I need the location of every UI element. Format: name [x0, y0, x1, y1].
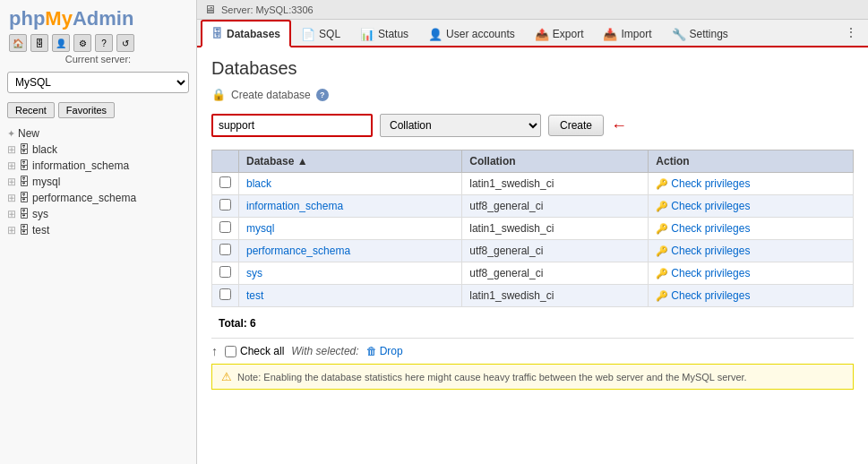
database-name-input[interactable] [211, 114, 373, 137]
server-select-wrap: MySQL [0, 72, 196, 99]
row-checkbox-4[interactable] [219, 266, 231, 278]
create-button[interactable]: Create [548, 115, 604, 136]
server-label: Server: MySQL:3306 [221, 4, 314, 15]
sidebar-item-sys-label: sys [32, 208, 48, 220]
col-database[interactable]: Database ▲ [239, 150, 462, 173]
db-name-cell[interactable]: information_schema [239, 195, 462, 218]
row-checkbox-5[interactable] [219, 288, 231, 300]
settings-tab-icon: 🔧 [672, 28, 686, 41]
tab-settings[interactable]: 🔧 Settings [662, 20, 738, 47]
sidebar-item-test[interactable]: ⊞ 🗄 test [7, 222, 189, 238]
check-all-wrap: Check all [225, 345, 284, 357]
server-select[interactable]: MySQL [7, 72, 189, 93]
create-db-label: Create database [231, 89, 311, 101]
db-icon[interactable]: 🗄 [30, 34, 48, 52]
help-circle-icon[interactable]: ? [316, 89, 329, 101]
db-name-cell[interactable]: sys [239, 262, 462, 285]
nav-tabs: 🗄 Databases 📄 SQL 📊 Status 👤 User accoun… [197, 20, 868, 47]
db-action-cell[interactable]: 🔑Check privileges [649, 285, 854, 307]
sidebar-item-new[interactable]: ✦ New [7, 125, 189, 142]
tab-databases[interactable]: 🗄 Databases [201, 20, 291, 47]
cp-icon: 🔑 [656, 290, 668, 302]
collation-select[interactable]: Collation utf8_general_ci utf8mb4_genera… [380, 114, 541, 137]
sidebar-item-info-label: information_schema [32, 159, 129, 172]
sidebar-item-sys[interactable]: ⊞ 🗄 sys [7, 206, 189, 222]
tab-sql[interactable]: 📄 SQL [291, 20, 350, 47]
warning-icon: ⚠ [221, 370, 232, 383]
db-action-cell[interactable]: 🔑Check privileges [649, 218, 854, 240]
row-checkbox-3[interactable] [219, 244, 231, 255]
check-privileges-link[interactable]: 🔑Check privileges [656, 222, 846, 235]
favorites-button[interactable]: Favorites [58, 102, 115, 118]
db-name-cell[interactable]: test [239, 285, 462, 307]
logo-icons: 🏠 🗄 👤 ⚙ ? ↺ [9, 34, 187, 52]
tab-user-accounts[interactable]: 👤 User accounts [418, 20, 525, 47]
sidebar-item-performance-schema[interactable]: ⊞ 🗄 performance_schema [7, 190, 189, 206]
check-privileges-link[interactable]: 🔑Check privileges [656, 200, 846, 212]
table-row: blacklatin1_swedish_ci🔑Check privileges [212, 173, 854, 195]
home-icon[interactable]: 🏠 [9, 34, 27, 52]
with-selected-label: With selected: [291, 345, 358, 357]
db-icon-test: 🗄 [19, 224, 30, 236]
expand-icon: ⊞ [7, 159, 16, 172]
new-icon: ✦ [7, 128, 15, 140]
drop-label: Drop [380, 345, 403, 357]
drop-button[interactable]: 🗑 Drop [366, 345, 403, 357]
check-privileges-link[interactable]: 🔑Check privileges [656, 289, 846, 302]
tab-import[interactable]: 📥 Import [593, 20, 661, 47]
current-server-label: Current server: [9, 54, 187, 64]
sidebar-item-mysql-label: mysql [32, 176, 60, 188]
db-action-cell[interactable]: 🔑Check privileges [649, 240, 854, 262]
db-action-cell[interactable]: 🔑Check privileges [649, 262, 854, 285]
db-icon-info: 🗄 [19, 159, 30, 172]
cp-icon: 🔑 [656, 245, 668, 257]
server-icon: 🖥 [204, 3, 216, 16]
table-row: performance_schemautf8_general_ci🔑Check … [212, 240, 854, 262]
check-privileges-link[interactable]: 🔑Check privileges [656, 245, 846, 257]
db-name-cell[interactable]: black [239, 173, 462, 195]
sidebar-item-test-label: test [32, 224, 49, 236]
row-checkbox-2[interactable] [219, 221, 231, 233]
status-tab-icon: 📊 [360, 28, 374, 41]
sidebar-tree: ✦ New ⊞ 🗄 black ⊞ 🗄 information_schema ⊞… [0, 122, 196, 464]
sidebar-item-black[interactable]: ⊞ 🗄 black [7, 142, 189, 158]
more-tabs-button[interactable]: ⋮ [838, 20, 864, 46]
db-collation-cell: utf8_general_ci [462, 195, 649, 218]
tab-export[interactable]: 📤 Export [525, 20, 594, 47]
sidebar-item-mysql[interactable]: ⊞ 🗄 mysql [7, 174, 189, 190]
arrow-indicator: ← [611, 116, 627, 135]
user-icon[interactable]: 👤 [52, 34, 70, 52]
row-checkbox-0[interactable] [219, 176, 231, 188]
refresh-icon[interactable]: ↺ [116, 34, 134, 52]
check-all-checkbox[interactable] [225, 346, 236, 357]
note-text: Note: Enabling the database statistics h… [237, 372, 747, 382]
note-bar: ⚠ Note: Enabling the database statistics… [211, 364, 854, 390]
row-checkbox-1[interactable] [219, 199, 231, 211]
sidebar-item-information-schema[interactable]: ⊞ 🗄 information_schema [7, 158, 189, 174]
back-to-top-icon[interactable]: ↑ [211, 344, 218, 358]
sidebar-item-new-label: New [18, 127, 39, 140]
db-action-cell[interactable]: 🔑Check privileges [649, 195, 854, 218]
db-icon-perf: 🗄 [19, 192, 30, 204]
check-privileges-link[interactable]: 🔑Check privileges [656, 267, 846, 279]
tab-status[interactable]: 📊 Status [350, 20, 418, 47]
db-icon-sys: 🗄 [19, 208, 30, 220]
logo-area: phpMyAdmin 🏠 🗄 👤 ⚙ ? ↺ Current server: [0, 0, 196, 72]
recent-button[interactable]: Recent [7, 102, 55, 118]
db-collation-cell: utf8_general_ci [462, 240, 649, 262]
db-collation-cell: latin1_swedish_ci [462, 173, 649, 195]
cp-icon: 🔑 [656, 268, 668, 279]
db-name-cell[interactable]: mysql [239, 218, 462, 240]
tab-settings-label: Settings [690, 28, 728, 40]
col-action: Action [649, 150, 854, 173]
db-name-cell[interactable]: performance_schema [239, 240, 462, 262]
cp-icon: 🔑 [656, 223, 668, 235]
table-row: information_schemautf8_general_ci🔑Check … [212, 195, 854, 218]
settings-icon[interactable]: ⚙ [73, 34, 91, 52]
help-icon-btn[interactable]: ? [95, 34, 113, 52]
tab-status-label: Status [378, 28, 408, 40]
tab-export-label: Export [553, 28, 584, 40]
db-action-cell[interactable]: 🔑Check privileges [649, 173, 854, 195]
bottom-actions: ↑ Check all With selected: 🗑 Drop [211, 338, 854, 364]
check-privileges-link[interactable]: 🔑Check privileges [656, 177, 846, 190]
